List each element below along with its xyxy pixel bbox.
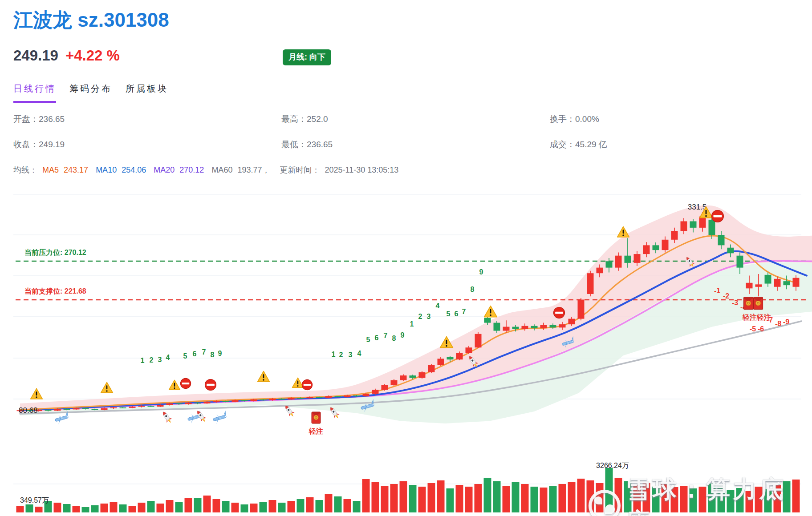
tab-chip-distribution[interactable]: 筹码分布 [69, 83, 112, 103]
volume-bar [185, 498, 192, 512]
volume-bar [166, 500, 174, 512]
volume-bar [129, 506, 136, 512]
volume-bar [418, 487, 426, 512]
volume-bar [671, 487, 678, 512]
svg-text:当前压力位: 270.12: 当前压力位: 270.12 [24, 249, 86, 256]
candle [737, 256, 743, 268]
volume-bar [736, 488, 744, 512]
volume-bar [605, 468, 613, 512]
red-envelope-icon [753, 297, 763, 309]
volume-bar [662, 484, 669, 512]
volume-bar [203, 496, 211, 512]
volume-bar [792, 480, 800, 512]
no-entry-icon [712, 210, 724, 222]
candle [746, 283, 753, 289]
candle [110, 407, 117, 408]
candle [643, 245, 650, 254]
candle [316, 397, 323, 398]
svg-text:7: 7 [202, 348, 206, 356]
tab-bar: 日线行情 筹码分布 所属板块 [13, 83, 168, 103]
monthly-trend-badge: 月线: 向下 [283, 49, 331, 65]
warning-icon [484, 306, 497, 317]
svg-text:-5: -5 [750, 325, 756, 333]
volume-bar [652, 487, 660, 512]
volume-bar [447, 488, 454, 512]
candle [494, 323, 500, 331]
candle [176, 403, 183, 404]
candle [587, 273, 594, 294]
candle [447, 357, 454, 359]
svg-text:80.68: 80.68 [19, 406, 38, 415]
candle [297, 398, 304, 399]
svg-text:8: 8 [392, 335, 396, 342]
volume-bar [110, 502, 118, 512]
svg-text:6: 6 [193, 350, 197, 358]
candle [363, 394, 369, 396]
volume-bar [54, 503, 61, 512]
volume-bar [587, 480, 594, 512]
svg-text:-1: -1 [714, 287, 720, 294]
candle [531, 326, 538, 328]
volume-bar [690, 488, 697, 512]
ma5-label: MA5 243.17 [42, 165, 91, 174]
volume-bar [353, 501, 361, 512]
volume-bar [699, 487, 706, 512]
candle [671, 231, 678, 240]
candle [540, 325, 547, 328]
volume-bar [194, 498, 202, 512]
warning-icon [258, 371, 270, 382]
tab-daily-quotes[interactable]: 日线行情 [13, 83, 56, 103]
candle [213, 401, 220, 402]
svg-text:6: 6 [375, 334, 379, 342]
candle [232, 400, 239, 402]
svg-text:1: 1 [141, 357, 145, 364]
volume-bar [35, 507, 43, 512]
candle [466, 347, 472, 353]
volume-bar [755, 487, 763, 512]
candle [419, 372, 426, 378]
svg-text:7: 7 [384, 332, 388, 339]
candle [410, 375, 416, 378]
volume-bar [241, 504, 248, 512]
volume-bar [456, 485, 463, 512]
bollinger-bands [20, 206, 812, 423]
candle [503, 327, 510, 331]
candle [428, 365, 435, 372]
volume-bar [718, 486, 725, 512]
candle [353, 395, 360, 396]
candle [138, 406, 145, 407]
svg-text:3: 3 [158, 356, 162, 363]
volume-bar [288, 501, 295, 512]
tab-sector[interactable]: 所属板块 [126, 83, 168, 103]
current-price: 249.19 [13, 47, 58, 64]
candle [251, 399, 257, 401]
stat-high: 最高：252.0 [281, 113, 328, 125]
candle [522, 326, 528, 329]
candle [148, 406, 154, 407]
volume-bar [344, 499, 351, 512]
volume-bar [372, 482, 379, 512]
price-row: 249.19 +4.22 % [13, 47, 120, 64]
candle [484, 318, 491, 323]
volume-bar [549, 486, 557, 512]
no-entry-icon [302, 379, 312, 390]
rocket-icon [160, 410, 174, 425]
candle [260, 399, 267, 400]
svg-text:轻注轻注: 轻注轻注 [742, 313, 771, 321]
updated-time: 更新时间： 2025-11-30 13:05:13 [278, 165, 402, 174]
volume-bar [764, 489, 772, 512]
volume-bar [484, 478, 491, 512]
price-volume-chart[interactable]: 当前压力位: 270.12当前支撑位: 221.68 1234567891234… [0, 0, 812, 516]
candle [718, 235, 725, 245]
svg-text:2: 2 [150, 356, 154, 364]
svg-text:3: 3 [349, 351, 353, 359]
no-entry-icon [554, 307, 565, 318]
stat-open: 开盘：236.65 [13, 113, 65, 125]
red-envelope-icon [743, 297, 753, 309]
candle [101, 408, 108, 410]
candle [438, 359, 444, 365]
candle [64, 409, 70, 410]
warning-icon [292, 378, 304, 387]
volume-bar [101, 504, 108, 512]
svg-text:-6: -6 [758, 325, 764, 333]
